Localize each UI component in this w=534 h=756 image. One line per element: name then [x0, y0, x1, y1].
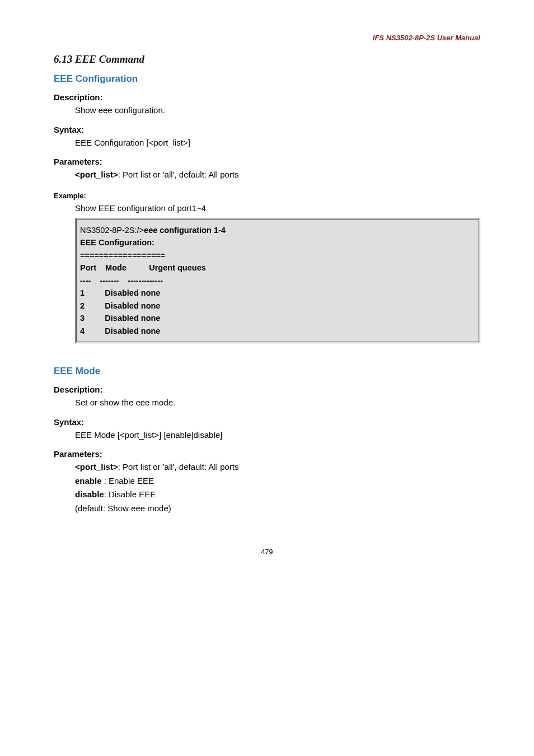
param-line: enable : Enable EEE — [75, 475, 480, 488]
cli-title: EEE Configuration: — [80, 236, 475, 249]
param-rest: : Port list or 'all', default: All ports — [118, 170, 239, 179]
description-label: Description: — [54, 92, 480, 102]
cli-rule: ================== — [80, 249, 475, 262]
syntax-text: EEE Mode [<port_list>] [enable|disable] — [75, 429, 480, 442]
example-text: Show EEE configuration of port1~4 — [75, 202, 480, 215]
description-text: Show eee configuration. — [75, 104, 480, 117]
syntax-label: Syntax: — [54, 417, 480, 427]
parameters-label: Parameters: — [54, 157, 480, 166]
cli-row: 2 Disabled none — [80, 300, 475, 312]
param-line: disable: Disable EEE — [75, 488, 480, 501]
example-label: Example: — [54, 192, 480, 200]
param-line: <port_list>: Port list or 'all', default… — [75, 461, 480, 474]
description-label: Description: — [54, 385, 480, 394]
cli-prompt: NS3502-8P-2S:/> — [80, 226, 144, 235]
param-key: disable — [75, 489, 104, 499]
description-text: Set or show the eee mode. — [75, 396, 480, 409]
eee-mode-heading: EEE Mode — [54, 366, 480, 377]
eee-config-heading: EEE Configuration — [54, 73, 480, 85]
param-key: <port_list> — [75, 462, 118, 472]
param-line: <port_list>: Port list or 'all', default… — [75, 169, 480, 181]
page-number: 479 — [54, 548, 480, 556]
cli-cols: Port Mode Urgent queues — [80, 262, 475, 274]
param-key: <port_list> — [75, 170, 118, 179]
cli-row: 1 Disabled none — [80, 287, 475, 299]
param-rest: : Enable EEE — [104, 476, 154, 486]
param-rest: : Disable EEE — [104, 489, 156, 499]
cli-row: 4 Disabled none — [80, 325, 475, 337]
syntax-text: EEE Configuration [<port_list>] — [75, 137, 480, 150]
parameters-label: Parameters: — [54, 449, 480, 459]
cli-cmd: eee configuration 1-4 — [144, 226, 226, 235]
param-key: enable — [75, 476, 104, 486]
cli-cmd-line: NS3502-8P-2S:/>eee configuration 1-4 — [80, 224, 475, 236]
page-header: IFS NS3502-8P-2S User Manual — [54, 34, 480, 42]
cli-row: 3 Disabled none — [80, 312, 475, 324]
param-rest: : Port list or 'all', default: All ports — [118, 462, 239, 472]
param-line: (default: Show eee mode) — [75, 502, 480, 515]
section-title: 6.13 EEE Command — [54, 53, 480, 66]
cli-output-box: NS3502-8P-2S:/>eee configuration 1-4 EEE… — [75, 218, 480, 343]
cli-dash: ---- ------- ------------- — [80, 274, 475, 287]
syntax-label: Syntax: — [54, 125, 480, 134]
